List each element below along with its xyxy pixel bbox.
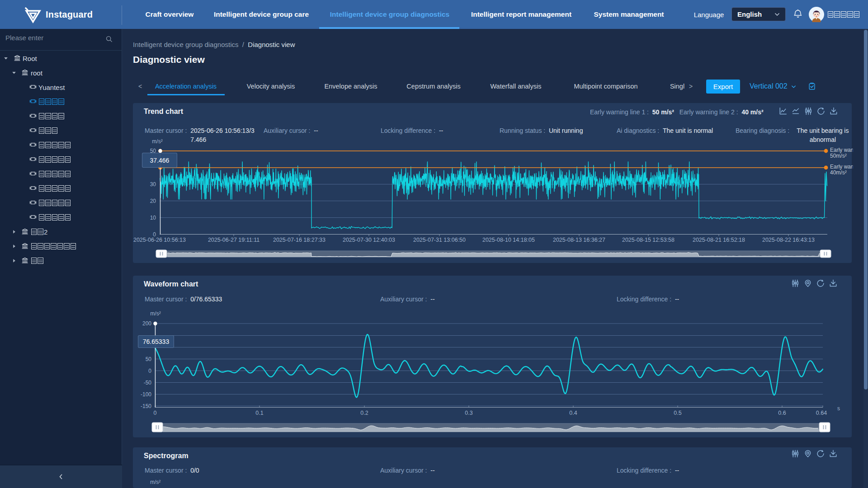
svg-text:2025-07-31 13:06:50: 2025-07-31 13:06:50 bbox=[413, 237, 466, 243]
svg-text:20: 20 bbox=[150, 198, 156, 204]
svg-text:2025-08-22 16:43:13: 2025-08-22 16:43:13 bbox=[762, 237, 815, 243]
svg-text:2025-08-13 16:36:27: 2025-08-13 16:36:27 bbox=[553, 237, 605, 243]
svg-text:-50: -50 bbox=[144, 380, 152, 386]
svg-text:s: s bbox=[837, 405, 840, 412]
svg-text:0.5: 0.5 bbox=[674, 410, 681, 416]
svg-text:0.64: 0.64 bbox=[816, 410, 827, 416]
svg-text:0.1: 0.1 bbox=[255, 410, 263, 416]
svg-text:2025-07-30 12:40:03: 2025-07-30 12:40:03 bbox=[343, 237, 395, 243]
svg-text:2025-08-10 14:18:05: 2025-08-10 14:18:05 bbox=[482, 237, 535, 243]
svg-text:-150: -150 bbox=[141, 403, 151, 409]
svg-text:200: 200 bbox=[142, 320, 151, 327]
svg-text:0: 0 bbox=[154, 410, 157, 416]
svg-text:2025-07-16 18:27:33: 2025-07-16 18:27:33 bbox=[273, 237, 326, 243]
svg-text:2025-08-21 16:52:18: 2025-08-21 16:52:18 bbox=[693, 237, 745, 243]
svg-text:-100: -100 bbox=[141, 391, 151, 398]
svg-text:2025-06-26 10:56:13: 2025-06-26 10:56:13 bbox=[133, 237, 186, 243]
svg-text:0.6: 0.6 bbox=[778, 410, 786, 416]
svg-text:0.4: 0.4 bbox=[569, 410, 577, 416]
svg-text:m/s²: m/s² bbox=[150, 310, 160, 317]
svg-text:0: 0 bbox=[148, 368, 151, 374]
svg-text:0.3: 0.3 bbox=[465, 410, 472, 416]
svg-text:2025-06-27 19:11:11: 2025-06-27 19:11:11 bbox=[208, 237, 259, 243]
svg-text:m/s²: m/s² bbox=[152, 138, 162, 145]
svg-text:2025-08-15 12:53:58: 2025-08-15 12:53:58 bbox=[622, 237, 675, 243]
svg-text:0.2: 0.2 bbox=[360, 410, 368, 416]
svg-text:10: 10 bbox=[150, 215, 156, 221]
svg-text:30: 30 bbox=[150, 181, 156, 188]
svg-text:50: 50 bbox=[146, 356, 152, 362]
